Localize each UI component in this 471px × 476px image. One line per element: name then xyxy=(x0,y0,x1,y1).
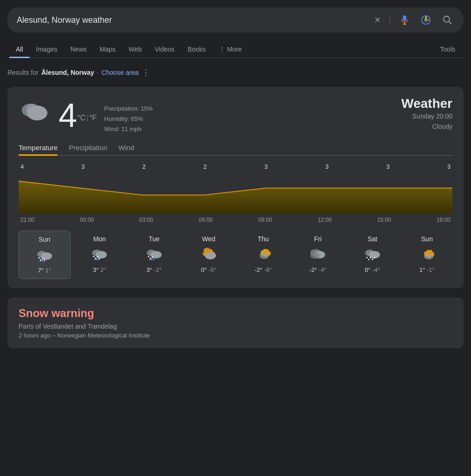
time-1: 00:00 xyxy=(80,217,94,223)
svg-point-14 xyxy=(42,258,43,259)
svg-line-10 xyxy=(42,259,43,262)
weather-details: Precipitation: 15% Humidity: 65% Wind: 1… xyxy=(104,96,153,134)
forecast-icon-4 xyxy=(240,245,287,264)
lens-button[interactable] xyxy=(419,13,433,27)
forecast-hi-0: 7° xyxy=(38,267,44,274)
tab-books[interactable]: Books xyxy=(181,41,212,58)
mic-icon xyxy=(399,15,410,25)
tab-wind[interactable]: Wind xyxy=(118,144,134,155)
tab-videos[interactable]: Videos xyxy=(148,41,181,58)
clear-button[interactable]: × xyxy=(373,12,382,28)
forecast-fri[interactable]: Fri -2° -4° xyxy=(293,231,344,279)
chart-top-labels: 4 3 2 2 3 3 3 3 xyxy=(19,163,452,170)
results-separator: · xyxy=(97,69,99,76)
svg-point-30 xyxy=(148,256,149,258)
time-5: 12:00 xyxy=(318,217,332,223)
forecast-day-4: Thu xyxy=(240,235,287,243)
forecast-temps-0: 7° 1° xyxy=(21,267,68,274)
weather-title: Weather xyxy=(401,96,452,111)
wind-label: Wind: 11 mph xyxy=(104,124,153,134)
forecast-icon-0 xyxy=(21,246,68,265)
precipitation-label: Precipitation: 15% xyxy=(104,104,153,114)
forecast-day-7: Sun xyxy=(404,235,451,243)
tab-web[interactable]: Web xyxy=(122,41,149,58)
tab-maps[interactable]: Maps xyxy=(93,41,122,58)
tools-button[interactable]: Tools xyxy=(433,41,462,58)
forecast-day-6: Sat xyxy=(349,235,396,243)
forecast-icon-1 xyxy=(76,245,124,264)
forecast-wed[interactable]: Wed 0° -5° xyxy=(183,231,235,279)
forecast-sun2[interactable]: Sun 1° -1° xyxy=(402,231,453,279)
forecast-hi-7: 1° xyxy=(419,266,425,273)
results-prefix: Results for xyxy=(7,69,39,76)
tab-precipitation[interactable]: Precipitation xyxy=(69,144,107,155)
chart-val-5: 3 xyxy=(325,163,328,170)
forecast-day-5: Fri xyxy=(294,235,342,243)
forecast-hi-6: 0° xyxy=(365,266,370,273)
temperature-chart xyxy=(19,172,452,214)
search-button[interactable] xyxy=(440,13,454,27)
svg-point-40 xyxy=(366,257,367,258)
svg-point-41 xyxy=(368,259,369,260)
time-4: 09:00 xyxy=(258,217,272,223)
humidity-label: Humidity: 65% xyxy=(104,114,153,124)
time-3: 06:00 xyxy=(199,217,213,223)
forecast-lo-7: -1° xyxy=(427,266,435,273)
fahrenheit-button[interactable]: °F xyxy=(89,114,97,122)
svg-point-33 xyxy=(205,252,216,259)
tab-images[interactable]: Images xyxy=(30,41,64,58)
current-weather: 4 °C | °F Precipitation: 15% Humidity: 6… xyxy=(19,96,452,134)
snow-warning-location: Parts of Vestlandet and Trøndelag xyxy=(19,323,452,330)
svg-point-31 xyxy=(150,258,151,259)
forecast-tue[interactable]: Tue 3° -2° xyxy=(129,231,180,279)
forecast-mon[interactable]: Mon 3° 2° xyxy=(74,231,125,279)
weather-right: Weather Sunday 20:00 Cloudy xyxy=(401,96,452,132)
forecast-thu[interactable]: Thu -2° -6° xyxy=(238,231,289,279)
forecast-temps-1: 3° 2° xyxy=(76,266,124,273)
forecast-lo-6: -4° xyxy=(372,266,380,273)
forecast-lo-3: -5° xyxy=(209,266,216,273)
chart-time-labels: 21:00 00:00 03:00 06:00 09:00 12:00 15:0… xyxy=(19,217,452,223)
forecast-sat[interactable]: Sat 0° -4° xyxy=(347,231,398,279)
more-options-button[interactable]: ⋮ xyxy=(142,67,150,78)
chart-val-7: 3 xyxy=(447,163,451,170)
tab-temperature[interactable]: Temperature xyxy=(19,144,58,155)
time-7: 18:00 xyxy=(437,217,451,223)
search-query: Alesund, Norway weather xyxy=(17,15,367,25)
time-6: 15:00 xyxy=(377,217,391,223)
forecast-temps-5: -2° -4° xyxy=(294,266,342,273)
chart-val-1: 3 xyxy=(81,163,85,170)
tab-more[interactable]: ⋮ More xyxy=(212,41,249,58)
forecast-temps-3: 0° -5° xyxy=(185,266,233,273)
forecast-hi-5: -2° xyxy=(309,266,317,273)
chart-val-3: 2 xyxy=(203,163,207,170)
forecast-icon-6 xyxy=(349,245,396,264)
time-2: 03:00 xyxy=(139,217,153,223)
tab-news[interactable]: News xyxy=(64,41,93,58)
forecast-day-1: Mon xyxy=(76,235,124,243)
svg-line-3 xyxy=(449,21,451,24)
forecast-sun1[interactable]: Sun 7° 1° xyxy=(19,231,71,279)
forecast-lo-5: -4° xyxy=(319,266,327,273)
svg-point-26 xyxy=(150,251,162,258)
forecast-row: Sun 7° 1° Mon xyxy=(19,231,452,279)
svg-point-22 xyxy=(95,258,97,259)
svg-point-44 xyxy=(373,257,375,258)
svg-point-6 xyxy=(26,104,39,115)
divider xyxy=(390,14,390,26)
forecast-icon-7 xyxy=(404,245,451,264)
cloud-icon xyxy=(19,96,51,122)
search-icons: × xyxy=(373,12,454,28)
svg-point-23 xyxy=(97,256,98,258)
celsius-button[interactable]: °C xyxy=(77,114,85,122)
weather-condition: Cloudy xyxy=(401,121,452,132)
tab-all[interactable]: All xyxy=(9,41,30,58)
svg-point-15 xyxy=(44,259,45,261)
choose-area-link[interactable]: Choose area xyxy=(101,69,138,76)
forecast-hi-3: 0° xyxy=(201,266,207,273)
forecast-temps-2: 3° -2° xyxy=(131,266,178,273)
forecast-day-3: Wed xyxy=(185,235,233,243)
chart-val-2: 2 xyxy=(143,163,146,170)
weather-date: Sunday 20:00 xyxy=(401,111,452,121)
mic-button[interactable] xyxy=(398,13,412,27)
